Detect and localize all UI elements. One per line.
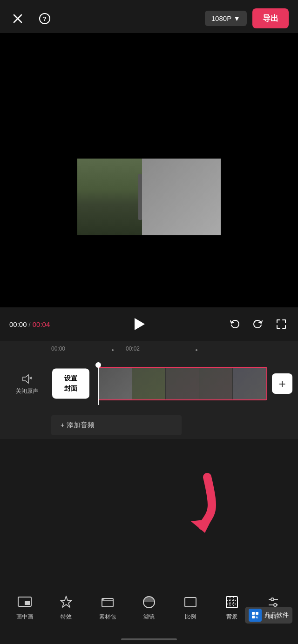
track-frame-2	[132, 368, 166, 399]
play-icon	[135, 318, 145, 330]
pip-label: 画中画	[16, 613, 33, 621]
video-track[interactable]	[98, 367, 267, 400]
cover-line2: 封面	[64, 384, 77, 393]
watermark-text: 鼎品软件	[264, 611, 289, 619]
svg-rect-9	[25, 601, 30, 605]
video-frame	[77, 73, 221, 268]
svg-rect-29	[256, 617, 257, 617]
resolution-arrow: ▼	[233, 14, 240, 22]
materials-label: 素材包	[99, 613, 116, 621]
watermark-logo	[249, 609, 262, 622]
svg-point-21	[271, 598, 274, 601]
svg-rect-15	[226, 597, 237, 608]
toolbar-item-effects[interactable]: 特效	[50, 594, 82, 621]
ratio-icon	[182, 594, 199, 611]
cover-line1: 设置	[64, 374, 77, 383]
redo-button[interactable]	[251, 317, 265, 332]
mute-label: 关闭原声	[16, 387, 38, 395]
timeline-ruler: 00:00 00:02	[0, 345, 298, 356]
svg-text:?: ?	[43, 15, 47, 22]
video-track-wrapper: +	[93, 367, 298, 400]
time-display: 00:00 / 00:04	[9, 320, 50, 328]
effects-icon	[58, 594, 74, 611]
toolbar-item-background[interactable]: 背景	[216, 594, 248, 621]
materials-icon	[99, 594, 116, 611]
svg-rect-24	[251, 611, 260, 620]
top-bar: ? 1080P ▼ 导出	[0, 0, 298, 33]
add-clip-button[interactable]: +	[272, 373, 292, 394]
svg-marker-4	[23, 375, 28, 383]
home-indicator	[121, 638, 177, 640]
toolbar-item-materials[interactable]: 素材包	[91, 594, 124, 621]
track-frame-3	[166, 368, 199, 399]
fullscreen-button[interactable]	[274, 317, 289, 332]
undo-button[interactable]	[227, 317, 242, 332]
ruler-time-2: 00:02	[126, 345, 140, 352]
audio-track-row: + 添加音频	[0, 412, 298, 439]
pip-icon	[16, 594, 33, 611]
svg-rect-14	[185, 598, 196, 607]
svg-rect-27	[252, 616, 255, 618]
playback-center	[129, 314, 149, 334]
svg-rect-26	[256, 612, 258, 615]
track-controls: 关闭原声	[0, 372, 47, 395]
toolbar-item-filters[interactable]: 滤镜	[133, 594, 165, 621]
play-button[interactable]	[129, 314, 149, 334]
toolbar-item-ratio[interactable]: 比例	[174, 594, 207, 621]
playback-right	[227, 317, 289, 332]
svg-marker-7	[191, 519, 212, 533]
export-button[interactable]: 导出	[252, 8, 289, 28]
resolution-button[interactable]: 1080P ▼	[205, 11, 247, 26]
mute-button[interactable]: 关闭原声	[16, 372, 38, 395]
annotation-arrow	[182, 472, 224, 535]
svg-rect-25	[252, 612, 255, 615]
timeline-container: 00:00 00:02 关闭原声 设置 封面	[0, 341, 298, 439]
close-button[interactable]	[9, 10, 26, 27]
watermark: 鼎品软件	[245, 607, 292, 624]
cover-button[interactable]: 设置 封面	[52, 368, 89, 398]
video-right-frame	[142, 159, 221, 235]
background-label: 背景	[226, 613, 237, 621]
filters-label: 滤镜	[143, 613, 155, 621]
video-preview	[0, 33, 298, 307]
background-icon	[224, 594, 240, 611]
total-time: 00:04	[33, 320, 50, 328]
video-left-frame	[77, 159, 142, 235]
help-button[interactable]: ?	[36, 10, 53, 27]
track-frame-5	[233, 368, 266, 399]
svg-marker-10	[61, 596, 72, 607]
toolbar-item-pip[interactable]: 画中画	[8, 594, 41, 621]
top-bar-right: 1080P ▼ 导出	[205, 8, 289, 28]
ruler-time-0: 00:00	[51, 345, 65, 352]
video-content	[77, 159, 221, 235]
svg-point-23	[274, 604, 277, 606]
playhead	[98, 362, 99, 405]
track-frame-1	[99, 368, 132, 399]
ruler-dot-1	[112, 349, 114, 351]
track-frame-4	[199, 368, 233, 399]
filters-icon	[141, 594, 157, 611]
speaker-icon	[20, 372, 34, 385]
ruler-dot-2	[196, 349, 197, 351]
add-audio-button[interactable]: + 添加音频	[51, 415, 182, 435]
effects-label: 特效	[61, 613, 72, 621]
current-time: 00:00	[9, 320, 27, 328]
svg-rect-11	[102, 598, 113, 607]
top-bar-left: ?	[9, 10, 53, 27]
timeline-tracks: 关闭原声 设置 封面 +	[0, 356, 298, 412]
time-separator: /	[29, 320, 31, 328]
video-top-black	[77, 73, 221, 159]
video-bottom-black	[77, 235, 221, 268]
resolution-label: 1080P	[211, 14, 231, 22]
ratio-label: 比例	[185, 613, 196, 621]
playback-bar: 00:00 / 00:04	[0, 307, 298, 341]
